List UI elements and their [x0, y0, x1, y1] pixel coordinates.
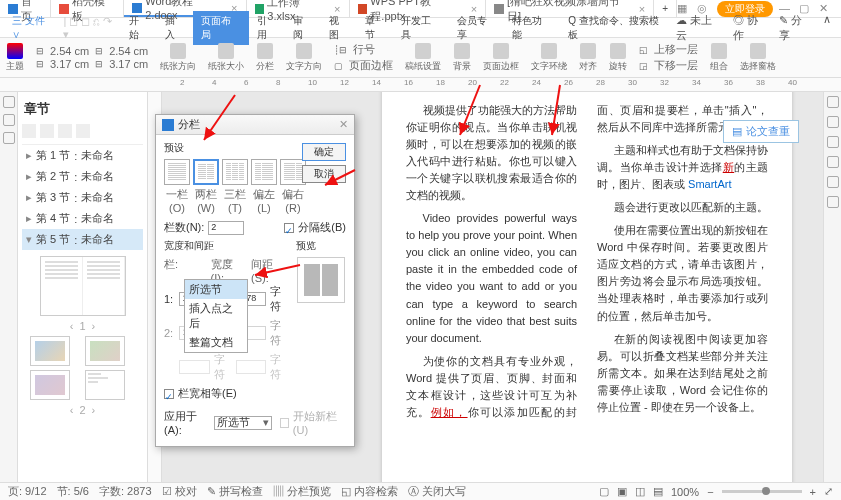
align-icon[interactable] — [580, 43, 596, 59]
rnav-2-icon[interactable] — [827, 116, 839, 128]
page-thumb[interactable] — [85, 336, 125, 366]
ribbon-search[interactable]: Q 查找命令、搜索模板 — [560, 11, 676, 45]
rtab-insert[interactable]: 插入 — [157, 11, 193, 45]
next-icon[interactable]: › — [92, 320, 96, 332]
status-page[interactable]: 页: 9/12 — [8, 484, 47, 499]
chapter-item[interactable]: ▸第 3 节: 未命名 — [22, 187, 143, 208]
share-button[interactable]: ✎ 分享 — [779, 13, 813, 43]
rnav-1-icon[interactable] — [827, 96, 839, 108]
page[interactable]: 视频提供了功能强大的方法帮助你证明你的观点。当你单击联机视频时，可以在想要添加的… — [382, 92, 792, 482]
page-thumb[interactable] — [30, 370, 70, 400]
para[interactable]: 使用在需要位置出现的新按钮在 Word 中保存时间。若要更改图片适应文档的方式，… — [597, 222, 768, 324]
status-cols[interactable]: ▥ 分栏预览 — [273, 484, 331, 499]
rtab-ref[interactable]: 引用 — [249, 11, 285, 45]
rtab-layout[interactable]: 页面布局 — [193, 11, 249, 45]
apply-dropdown[interactable]: 所选节▾ — [214, 416, 272, 430]
rotate-icon[interactable] — [610, 43, 626, 59]
rtab-vip[interactable]: 会员专享 — [449, 11, 505, 45]
view-icon-1[interactable]: ▢ — [599, 485, 609, 498]
ch-tool-2[interactable] — [40, 124, 54, 138]
columns-icon[interactable] — [257, 43, 273, 59]
dialog-close-icon[interactable]: ✕ — [339, 118, 348, 131]
para[interactable]: 主题和样式也有助于文档保持协调。当你单击设计并选择新的主题时，图片、图表或 Sm… — [597, 142, 768, 193]
rtab-feature[interactable]: 特色功能 — [504, 11, 560, 45]
chapter-item[interactable]: ▸第 2 节: 未命名 — [22, 166, 143, 187]
rtab-start[interactable]: 开始 — [121, 11, 157, 45]
cancel-button[interactable]: 取消 — [302, 165, 346, 183]
textdir-icon[interactable] — [296, 43, 312, 59]
border-icon[interactable] — [493, 43, 509, 59]
rtab-dev[interactable]: 开发工具 — [393, 11, 449, 45]
status-spell[interactable]: ✎ 拼写检查 — [207, 484, 263, 499]
ruler: 246810121416182022242628303234363840 — [0, 78, 841, 92]
chapter-item[interactable]: ▸第 1 节: 未命名 — [22, 145, 143, 166]
para[interactable]: 在新的阅读视图中阅读更加容易。可以折叠文档某些部分并关注所需文本。如果在达到结尾… — [597, 331, 768, 416]
para[interactable]: 视频提供了功能强大的方法帮助你证明你的观点。当你单击联机视频时，可以在想要添加的… — [406, 102, 577, 204]
bg-icon[interactable] — [454, 43, 470, 59]
status-proof[interactable]: ☑ 校对 — [162, 484, 197, 499]
doc-icon: ▤ — [732, 125, 742, 138]
status-mode[interactable]: ◱ 内容检索 — [341, 484, 398, 499]
status-caps[interactable]: Ⓐ 关闭大写 — [408, 484, 466, 499]
orient-icon[interactable] — [170, 43, 186, 59]
zoom-slider[interactable] — [722, 490, 802, 493]
chapter-item[interactable]: ▸第 4 节: 未命名 — [22, 208, 143, 229]
separator-checkbox[interactable] — [284, 223, 294, 233]
nav-find-icon[interactable] — [3, 132, 15, 144]
rtab-review[interactable]: 审阅 — [285, 11, 321, 45]
draft-icon[interactable] — [415, 43, 431, 59]
page-thumb[interactable] — [30, 336, 70, 366]
rightnav — [823, 92, 841, 482]
theme-icon[interactable] — [7, 43, 23, 59]
cols-spinner[interactable]: 2 — [208, 221, 244, 235]
status-words[interactable]: 字数: 2873 — [99, 484, 152, 499]
rnav-3-icon[interactable] — [827, 136, 839, 148]
thesis-check-badge[interactable]: ▤论文查重 — [723, 120, 799, 143]
ch-tool-4[interactable] — [76, 124, 90, 138]
chapter-item[interactable]: ▾第 5 节: 未命名 — [22, 229, 143, 250]
preset-three[interactable] — [222, 159, 248, 185]
nav-outline-icon[interactable] — [3, 96, 15, 108]
fit-icon[interactable]: ⤢ — [824, 485, 833, 498]
size-icon[interactable] — [218, 43, 234, 59]
combine-icon[interactable] — [711, 43, 727, 59]
equal-checkbox[interactable] — [164, 389, 174, 399]
zoom-out[interactable]: − — [707, 486, 713, 498]
ch-tool-1[interactable] — [22, 124, 36, 138]
dialog-titlebar[interactable]: 分栏 ✕ — [156, 115, 354, 135]
page-thumb-1[interactable] — [40, 256, 126, 316]
collab-button[interactable]: ◎ 协作 — [733, 13, 769, 43]
rtab-file[interactable]: 三 文件 ∨ — [4, 11, 63, 45]
para[interactable]: 题会进行更改以匹配新的主题。 — [597, 199, 768, 216]
rtab-view[interactable]: 视图 — [321, 11, 357, 45]
preset-two[interactable] — [193, 159, 219, 185]
rnav-6-icon[interactable] — [827, 196, 839, 208]
prev-icon[interactable]: ‹ — [70, 320, 74, 332]
page-thumb[interactable] — [85, 370, 125, 400]
collapse-icon[interactable]: ∧ — [823, 13, 831, 43]
preset-left[interactable] — [251, 159, 277, 185]
dd-item[interactable]: 插入点之后 — [185, 299, 247, 333]
preset-one[interactable] — [164, 159, 190, 185]
cloud-status[interactable]: ☁ 未上云 — [676, 13, 723, 43]
para[interactable]: Video provides powerful ways to help you… — [406, 210, 577, 346]
dd-item[interactable]: 整篇文档 — [185, 333, 247, 352]
status-section[interactable]: 节: 5/6 — [57, 484, 89, 499]
rtab-chapter[interactable]: 章节 — [357, 11, 393, 45]
dd-item[interactable]: 所选节 — [185, 280, 247, 299]
view-icon-3[interactable]: ◫ — [635, 485, 645, 498]
ch-tool-3[interactable] — [58, 124, 72, 138]
zoom-in[interactable]: + — [810, 486, 816, 498]
view-icon-4[interactable]: ▤ — [653, 485, 663, 498]
main: 章节 ▸第 1 节: 未命名 ▸第 2 节: 未命名 ▸第 3 节: 未命名 ▸… — [0, 92, 841, 482]
rnav-5-icon[interactable] — [827, 176, 839, 188]
ok-button[interactable]: 确定 — [302, 143, 346, 161]
view-icon-2[interactable]: ▣ — [617, 485, 627, 498]
nav-thumb-icon[interactable] — [3, 114, 15, 126]
selpane-icon[interactable] — [750, 43, 766, 59]
apply-dropdown-list[interactable]: 所选节 插入点之后 整篇文档 — [184, 279, 248, 353]
wrap-icon[interactable] — [541, 43, 557, 59]
rnav-4-icon[interactable] — [827, 156, 839, 168]
leftnav — [0, 92, 18, 482]
zoom-value[interactable]: 100% — [671, 486, 699, 498]
